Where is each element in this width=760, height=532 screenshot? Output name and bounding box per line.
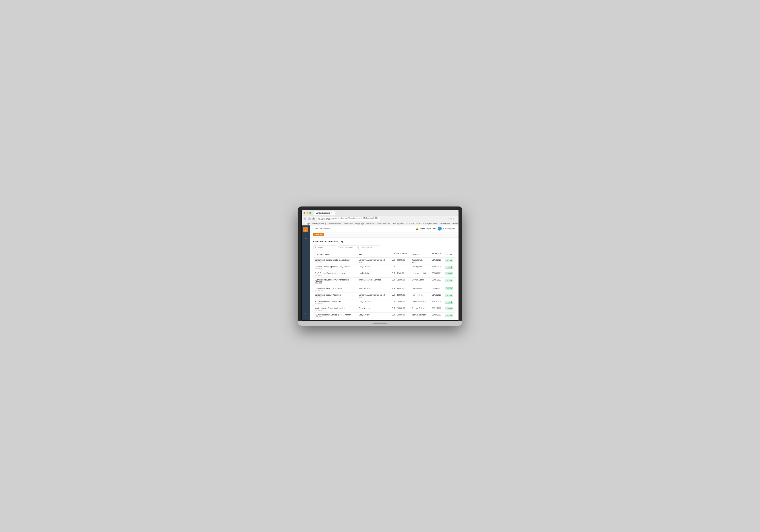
col-status: STATUS [444, 251, 455, 257]
sidebar-icon-home[interactable]: ⌂ [303, 311, 308, 317]
bookmark-easyinvoice[interactable]: Easy Invoice [366, 223, 375, 225]
bell-icon[interactable]: 🔔 [416, 227, 418, 230]
cell-party: Easy Systems [357, 306, 390, 312]
bookmark-linkedin[interactable]: LinkedIn Campaign... [452, 223, 458, 225]
cell-owner: Jan Willem ter Steege [410, 257, 431, 264]
close-button[interactable] [304, 212, 305, 214]
breadcrumb: Contract file overview [312, 227, 330, 230]
cell-value: EUR 5,940.00 [390, 271, 410, 277]
bookmark-netsuite[interactable]: NetSuite (Innovatit...) [311, 223, 326, 225]
cell-end-date: 31/12/2021 [431, 292, 444, 299]
table-row[interactable]: Overeenkomst voor Contract Management So… [313, 277, 455, 286]
profile-icon[interactable]: ⊙ [453, 218, 454, 220]
cell-owner: Marcel Strabbing [410, 299, 431, 306]
maximize-button[interactable] [309, 212, 311, 214]
header-left: Contract file overview [312, 227, 330, 230]
bookmark-service[interactable]: Service Portal - Serv... [376, 223, 392, 225]
cell-status: Added [444, 257, 455, 264]
extensions-icon[interactable]: ⬡ [450, 218, 452, 220]
table-row[interactable]: Onderhoudscontract HR Software 2020-0000… [313, 286, 455, 292]
col-party[interactable]: PARTY ↕ [357, 251, 390, 257]
header-row: CONTRACT NAME ↕ PARTY ↕ CONTRACT VALUE ↕… [313, 251, 455, 257]
address-bar[interactable]: demo.easysystems.app/contractmanager/fil… [317, 216, 380, 221]
bookmark-hubspot[interactable]: HubSpot-login [354, 223, 364, 225]
cell-contract-name: Huurovereenkomst Centraalspoor 15 Arnhem… [313, 312, 357, 319]
status-badge: Added [445, 259, 453, 262]
table-row[interactable]: Huurovereenkomst Centraalspoor 15 Arnhem… [313, 312, 455, 319]
status-badge: Added [445, 314, 453, 317]
cell-owner [410, 319, 431, 320]
bookmark-salesfeed[interactable]: SalesFeed ® [344, 223, 353, 225]
cell-owner: Hans van der Kolk [410, 271, 431, 277]
table-row[interactable]: Huurovereenkomst Ostring 1 Ede 2020-0000… [313, 319, 455, 320]
status-badge: Added [445, 294, 453, 297]
company-name: Easy Systems [445, 228, 455, 230]
sidebar-logo: ▽ [303, 227, 308, 232]
top-header: Contract file overview 🔔 Tineke van de W… [310, 225, 458, 232]
bookmark-urlbuilder[interactable]: URL Builder [405, 223, 414, 225]
filter-tags-select[interactable]: Filter with tags [360, 245, 380, 249]
table-row[interactable]: Huurovereenkomst Kantoor Ede 2020-000008… [313, 299, 455, 306]
filters-row: 🔍 Filter with status ▾ Filter with tags [313, 245, 455, 249]
sidebar-icon-menu[interactable]: ☰ [303, 236, 308, 241]
cell-value: EUR 4,000.00 [390, 286, 410, 292]
cell-contract-name: Huurovereenkomst Ostring 1 Ede 2020-0000… [313, 319, 357, 320]
browser-tab[interactable]: ContractManager ✕ [314, 211, 335, 215]
back-button[interactable]: ‹ [304, 217, 307, 220]
bookmark-apps[interactable]: Apps [306, 223, 310, 225]
search-input[interactable] [313, 245, 337, 249]
cell-party: Easy Systems [357, 264, 390, 271]
laptop-bottom [298, 321, 462, 326]
cell-party: International Card Services [357, 277, 390, 286]
plus-icon: + [314, 234, 315, 236]
sort-icon: ↕ [331, 254, 332, 255]
table-row[interactable]: SaaS Contract Contract Management 2020-0… [313, 271, 455, 277]
add-file-button[interactable]: + Add file [312, 233, 324, 236]
menu-icon[interactable]: ⋮ [455, 218, 457, 220]
col-owner[interactable]: OWNER ↕ [410, 251, 431, 257]
tab-title: ContractManager [316, 212, 330, 214]
main-content: Contract file overview 🔔 Tineke van de W… [310, 225, 458, 320]
cell-end-date: 31/12/2020 [431, 299, 444, 306]
cell-status: Added [444, 312, 455, 319]
table-row[interactable]: Mantel contract Schoonmaak panden 2020-0… [313, 306, 455, 312]
browser-addressbar: ‹ › ↻ demo.easysystems.app/contractmanag… [302, 216, 458, 222]
table-row[interactable]: Schoonmaak contract locatie hoofdgebouw … [313, 257, 455, 264]
cell-value: EUR 20,000.00 [390, 306, 410, 312]
new-tab-button[interactable]: + [337, 211, 338, 214]
cell-value: EUR 24,000.00 [390, 292, 410, 299]
apps-icon[interactable]: ⊞ [304, 223, 305, 225]
sidebar: ▽ ☰ ⌂ [302, 225, 310, 320]
col-contract-value[interactable]: CONTRACT VALUE ↕ [390, 251, 410, 257]
table-row[interactable]: End User License Agreement Easy Systems … [313, 264, 455, 271]
cell-end-date: 31/05/2021 [431, 286, 444, 292]
user-name: Tineke van de Weerd [420, 227, 437, 230]
sort-icon-value: ↕ [392, 255, 393, 256]
cell-party: Het Pakhuis [357, 271, 390, 277]
bookmark-star-icon[interactable]: ☆ [448, 218, 450, 220]
col-end-date[interactable]: END DATE ↕ [431, 251, 444, 257]
bookmark-gemini[interactable]: Gemini | New Issues [423, 223, 437, 225]
reload-button[interactable]: ↻ [312, 217, 315, 220]
cell-party: Schoonmaak service van top tot teen. [357, 257, 390, 264]
filter-status-wrap: Filter with status ▾ [339, 245, 358, 249]
sort-icon-owner: ↕ [419, 254, 420, 255]
table-row[interactable]: Schoonmaak gebouw Koetshuis 2020-000009 … [313, 292, 455, 299]
cell-contract-name: Mantel contract Schoonmaak panden 2020-0… [313, 306, 357, 312]
cell-owner: Frits Frederiks [410, 292, 431, 299]
cell-value: EUR 48,000.00 [390, 257, 410, 264]
bookmarks-bar: ⊞ Apps NetSuite (Innovatit...) Maximizer… [302, 222, 458, 225]
bookmark-signin[interactable]: Sign In | tawk.to [393, 223, 404, 225]
bookmark-microsoft[interactable]: Microsoft Planner [439, 223, 451, 225]
cell-party: Easy Systems [357, 319, 390, 320]
forward-button[interactable]: › [308, 217, 311, 220]
filter-status-select[interactable]: Filter with status [339, 245, 358, 249]
bookmark-maximizer[interactable]: Maximizer Web Ass... [327, 223, 343, 225]
app-layout: ▽ ☰ ⌂ Contract file overview 🔔 Tineke va… [302, 225, 458, 320]
minimize-button[interactable] [307, 212, 308, 214]
bookmark-suricate[interactable]: Suricate [415, 223, 422, 225]
tab-close-icon[interactable]: ✕ [331, 212, 332, 214]
cell-party: Easy Systems [357, 299, 390, 306]
col-contract-name[interactable]: CONTRACT NAME ↕ [313, 251, 357, 257]
page-container[interactable]: Contract file overview (15) 🔍 Filter wit… [310, 238, 458, 320]
